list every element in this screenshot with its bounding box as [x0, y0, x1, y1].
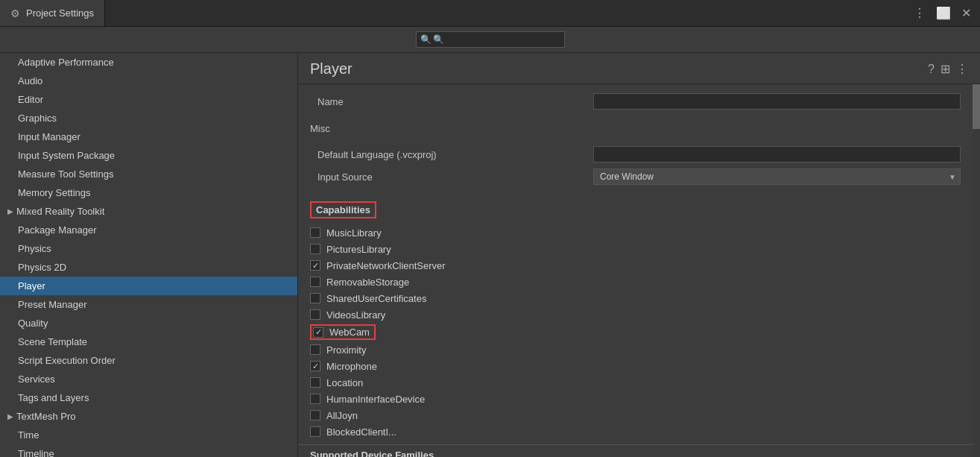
capability-item-videoslibrary: VideosLibrary	[310, 306, 961, 323]
cap-label-pictureslibrary: PicturesLibrary	[326, 244, 391, 255]
name-section: Name	[298, 84, 973, 119]
misc-section: Default Language (.vcxproj) Input Source…	[298, 137, 973, 194]
capability-item-humaninterfacedevice: HumanInterfaceDevice	[310, 391, 961, 407]
capability-item-removablestorage: RemovableStorage	[310, 274, 961, 290]
sidebar-item-quality[interactable]: Quality	[0, 314, 297, 332]
default-language-input[interactable]	[593, 146, 961, 163]
capability-item-privatenetworkclientserver: PrivateNetworkClientServer	[310, 257, 961, 274]
content-area: Player ? ⊞ ⋮ Name Misc	[298, 53, 980, 457]
sidebar-item-package-manager[interactable]: Package Manager	[0, 221, 297, 239]
sidebar-item-services[interactable]: Services	[0, 370, 297, 388]
capabilities-header: Capabilities	[298, 197, 973, 223]
sidebar-item-tags-and-layers[interactable]: Tags and Layers	[0, 388, 297, 407]
more-options-button[interactable]: ⋮	[911, 4, 929, 22]
misc-label: Misc	[298, 119, 973, 137]
cap-checkbox-alljoyn[interactable]	[310, 410, 320, 420]
sidebar-item-script-execution-order[interactable]: Script Execution Order	[0, 351, 297, 370]
name-row: Name	[310, 90, 961, 113]
capability-item-proximity: Proximity	[310, 341, 961, 358]
sidebar-item-measure-tool-settings[interactable]: Measure Tool Settings	[0, 165, 297, 183]
content-scroll[interactable]: Name Misc Default Language (.vcxproj) In…	[298, 84, 973, 457]
cap-label-blockedclienti...: BlockedClientI...	[326, 426, 396, 438]
title-tab[interactable]: ⚙ Project Settings	[0, 0, 105, 26]
right-scrollbar-thumb	[973, 84, 980, 129]
webcam-highlight: WebCam	[310, 324, 376, 340]
cap-checkbox-location[interactable]	[310, 377, 320, 388]
sidebar-item-time[interactable]: Time	[0, 426, 297, 444]
default-language-label: Default Language (.vcxproj)	[310, 149, 593, 160]
capabilities-title: Capabilities	[310, 201, 376, 218]
cap-checkbox-blockedclienti...[interactable]	[310, 426, 320, 437]
name-input[interactable]	[593, 93, 961, 110]
sidebar-item-graphics[interactable]: Graphics	[0, 109, 297, 127]
capability-item-blockedclienti...: BlockedClientI...	[310, 423, 961, 440]
cap-label-location: Location	[326, 377, 363, 388]
capability-item-microphone: Microphone	[310, 358, 961, 374]
search-input[interactable]	[416, 31, 565, 48]
arrow-icon: ▶	[7, 207, 13, 215]
capability-item-pictureslibrary: PicturesLibrary	[310, 241, 961, 257]
search-icon: 🔍	[420, 34, 431, 45]
cap-checkbox-sharedusercertificates[interactable]	[310, 293, 320, 303]
webcam-label: WebCam	[329, 327, 370, 338]
sidebar: Adaptive PerformanceAudioEditorGraphicsI…	[0, 53, 298, 457]
page-title: Player	[310, 60, 353, 78]
title-bar: ⚙ Project Settings ⋮ ⬜ ✕	[0, 0, 980, 27]
cap-label-privatenetworkclientserver: PrivateNetworkClientServer	[326, 260, 446, 271]
capability-item-musiclibrary: MusicLibrary	[310, 224, 961, 241]
cap-checkbox-proximity[interactable]	[310, 344, 320, 355]
capability-item-alljoyn: AllJoyn	[310, 407, 961, 423]
cap-label-microphone: Microphone	[326, 361, 377, 372]
cap-checkbox-pictureslibrary[interactable]	[310, 244, 320, 254]
webcam-checkbox[interactable]	[313, 327, 323, 338]
cap-label-proximity: Proximity	[326, 344, 366, 356]
sidebar-item-textmesh-pro[interactable]: ▶TextMesh Pro	[0, 407, 297, 426]
cap-checkbox-microphone[interactable]	[310, 361, 320, 371]
capability-item-location: Location	[310, 374, 961, 391]
gear-icon: ⚙	[10, 7, 20, 19]
input-source-label: Input Source	[310, 171, 593, 183]
cap-label-videoslibrary: VideosLibrary	[326, 309, 385, 321]
sidebar-item-adaptive-performance[interactable]: Adaptive Performance	[0, 53, 297, 72]
search-wrapper: 🔍	[416, 31, 565, 48]
close-button[interactable]: ✕	[958, 4, 974, 22]
sidebar-item-timeline[interactable]: Timeline	[0, 444, 297, 457]
title-bar-actions: ⋮ ⬜ ✕	[911, 4, 974, 22]
search-bar: 🔍	[0, 27, 980, 53]
sidebar-item-memory-settings[interactable]: Memory Settings	[0, 183, 297, 202]
capability-item-sharedusercertificates: SharedUserCertificates	[310, 290, 961, 306]
sidebar-item-physics-2d[interactable]: Physics 2D	[0, 258, 297, 277]
capability-item-webcam: WebCam	[310, 323, 961, 341]
sidebar-scroll[interactable]: Adaptive PerformanceAudioEditorGraphicsI…	[0, 53, 297, 457]
cap-checkbox-privatenetworkclientserver[interactable]	[310, 260, 320, 271]
more-button[interactable]: ⋮	[956, 62, 968, 76]
default-language-row: Default Language (.vcxproj)	[310, 143, 961, 166]
sidebar-item-preset-manager[interactable]: Preset Manager	[0, 295, 297, 314]
help-button[interactable]: ?	[928, 63, 935, 76]
player-header: Player ? ⊞ ⋮	[298, 53, 980, 84]
sidebar-item-input-manager[interactable]: Input Manager	[0, 127, 297, 146]
maximize-button[interactable]: ⬜	[933, 4, 954, 22]
sidebar-item-physics[interactable]: Physics	[0, 239, 297, 258]
cap-checkbox-videoslibrary[interactable]	[310, 309, 320, 320]
cap-checkbox-humaninterfacedevice[interactable]	[310, 394, 320, 404]
supported-device-families-label: Supported Device Families	[298, 444, 973, 457]
sidebar-item-mixed-reality-toolkit[interactable]: ▶Mixed Reality Toolkit	[0, 202, 297, 221]
right-scrollbar[interactable]	[973, 84, 980, 457]
name-label: Name	[310, 96, 593, 107]
sidebar-item-scene-template[interactable]: Scene Template	[0, 332, 297, 351]
sidebar-item-input-system-package[interactable]: Input System Package	[0, 146, 297, 165]
player-header-actions: ? ⊞ ⋮	[928, 62, 968, 76]
cap-checkbox-musiclibrary[interactable]	[310, 227, 320, 238]
sidebar-item-editor[interactable]: Editor	[0, 90, 297, 109]
cap-label-removablestorage: RemovableStorage	[326, 277, 409, 288]
cap-checkbox-removablestorage[interactable]	[310, 277, 320, 287]
sidebar-item-player[interactable]: Player	[0, 277, 297, 295]
cap-label-humaninterfacedevice: HumanInterfaceDevice	[326, 394, 425, 405]
layout-button[interactable]: ⊞	[941, 62, 950, 76]
cap-label-alljoyn: AllJoyn	[326, 410, 358, 421]
sidebar-item-audio[interactable]: Audio	[0, 72, 297, 90]
input-source-select[interactable]: Core Window Independent Input Source Gam…	[593, 168, 961, 185]
main-layout: Adaptive PerformanceAudioEditorGraphicsI…	[0, 53, 980, 457]
input-source-wrapper: Core Window Independent Input Source Gam…	[593, 168, 961, 185]
